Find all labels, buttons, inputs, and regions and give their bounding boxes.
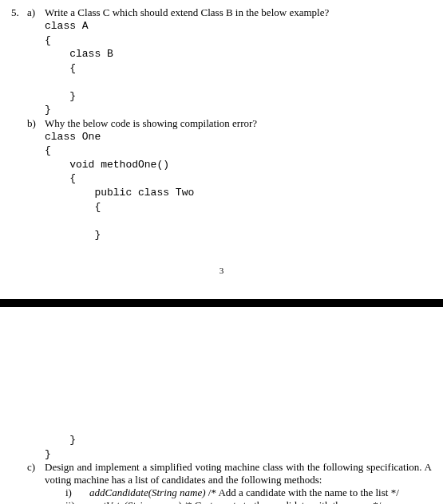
question-number: 5. (11, 6, 27, 19)
sub-marker-i: i) (65, 486, 89, 499)
sub-content-ii: castVote(String name) /* Cast a vote to … (89, 499, 381, 504)
part-c-text: Design and implement a simplified voting… (45, 461, 432, 504)
comment-ii: /* Cast a vote to the candidate with the… (181, 499, 381, 504)
page-number: 3 (0, 266, 443, 275)
part-b-code-bottom: } } (45, 433, 432, 461)
method-i: addCandidate(String name) (89, 486, 206, 498)
part-b-letter: b) (27, 117, 45, 130)
question-5b-row: b) Why the below code is showing compila… (11, 117, 432, 130)
part-c-letter: c) (27, 461, 45, 474)
question-5c-row: c) Design and implement a simplified vot… (11, 461, 432, 504)
question-5a-row: 5. a) Write a Class C which should exten… (11, 6, 432, 19)
part-a-text: Write a Class C which should extend Clas… (45, 6, 432, 19)
part-a-letter: a) (27, 6, 45, 19)
method-ii: castVote(String name) (89, 499, 181, 504)
page-divider-bar (0, 299, 443, 307)
sub-marker-ii: ii) (65, 499, 89, 504)
part-b-code-top: class One { void methodOne() { public cl… (45, 130, 432, 242)
part-c-text-content: Design and implement a simplified voting… (45, 461, 432, 486)
comment-i: /* Add a candidate with the name to the … (206, 486, 399, 498)
sub-item-i: i) addCandidate(String name) /* Add a ca… (65, 486, 432, 499)
sub-content-i: addCandidate(String name) /* Add a candi… (89, 486, 399, 499)
part-b-text: Why the below code is showing compilatio… (45, 117, 432, 130)
sub-item-ii: ii) castVote(String name) /* Cast a vote… (65, 499, 432, 504)
part-a-code: class A { class B { } } (45, 19, 432, 117)
